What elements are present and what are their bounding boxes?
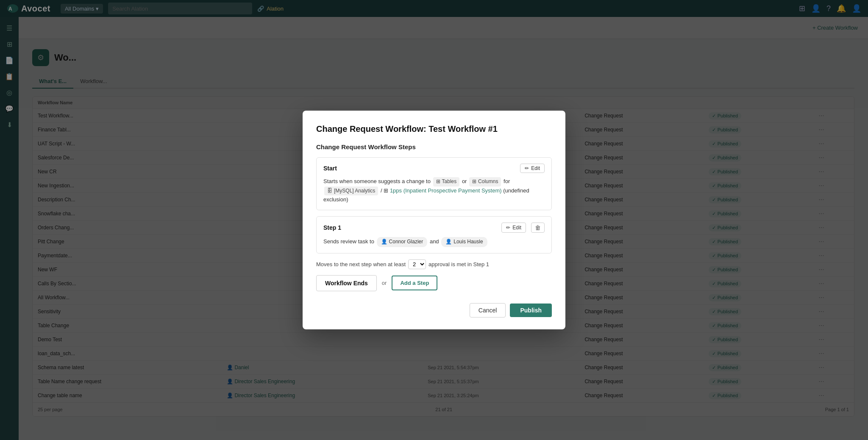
step1-card-header: Step 1 ✏ Edit 🗑 [323, 223, 545, 233]
user-icon2: 👤 [445, 238, 452, 246]
tables-tag: ⊞ Tables [433, 177, 460, 186]
db-tag: 🗄 [MySQL] Analytics [324, 187, 378, 195]
db-icon: 🗄 [327, 187, 332, 195]
modal-title: Change Request Workflow: Test Workflow #… [316, 124, 552, 134]
start-card-header: Start ✏ Edit [323, 164, 545, 173]
schema-link[interactable]: 1pps (Inpatient Prospective Payment Syst… [390, 187, 502, 194]
columns-icon: ⊞ [472, 178, 476, 186]
start-edit-button[interactable]: ✏ Edit [520, 164, 545, 173]
user-icon: 👤 [381, 238, 387, 246]
start-description: Starts when someone suggests a change to… [323, 177, 545, 204]
workflow-ends-box: Workflow Ends [316, 275, 377, 291]
mysql-icon: ⊞ [384, 187, 388, 194]
approval-row: Moves to the next step when at least 2 1… [316, 259, 552, 269]
modal-section-title: Change Request Workflow Steps [316, 143, 552, 150]
pencil-icon: ✏ [506, 225, 510, 231]
cancel-button[interactable]: Cancel [470, 303, 506, 317]
pencil-icon: ✏ [525, 165, 529, 171]
approval-count-select[interactable]: 2 1 3 [408, 259, 426, 269]
step1-card: Step 1 ✏ Edit 🗑 Sends review task to 👤 C… [316, 216, 552, 253]
or-label: or [382, 280, 387, 286]
modal-footer: Cancel Publish [316, 303, 552, 317]
person2-tag: 👤 Louis Hausle [441, 237, 487, 247]
workflow-ends-row: Workflow Ends or Add a Step [316, 275, 552, 291]
modal-overlay[interactable]: Change Request Workflow: Test Workflow #… [0, 0, 868, 440]
person1-tag: 👤 Connor Glazier [377, 237, 428, 247]
step1-description: Sends review task to 👤 Connor Glazier an… [323, 237, 545, 247]
publish-button[interactable]: Publish [510, 304, 552, 317]
modal: Change Request Workflow: Test Workflow #… [303, 111, 565, 329]
add-step-button[interactable]: Add a Step [392, 276, 437, 290]
step1-label: Step 1 [323, 224, 341, 231]
start-card: Start ✏ Edit Starts when someone suggest… [316, 157, 552, 210]
columns-tag: ⊞ Columns [469, 177, 501, 186]
table-icon: ⊞ [436, 178, 440, 186]
step1-actions: ✏ Edit 🗑 [501, 223, 545, 233]
trash-icon: 🗑 [535, 224, 541, 231]
step1-edit-button[interactable]: ✏ Edit [501, 223, 526, 233]
start-label: Start [323, 165, 337, 172]
step1-delete-button[interactable]: 🗑 [531, 223, 545, 233]
